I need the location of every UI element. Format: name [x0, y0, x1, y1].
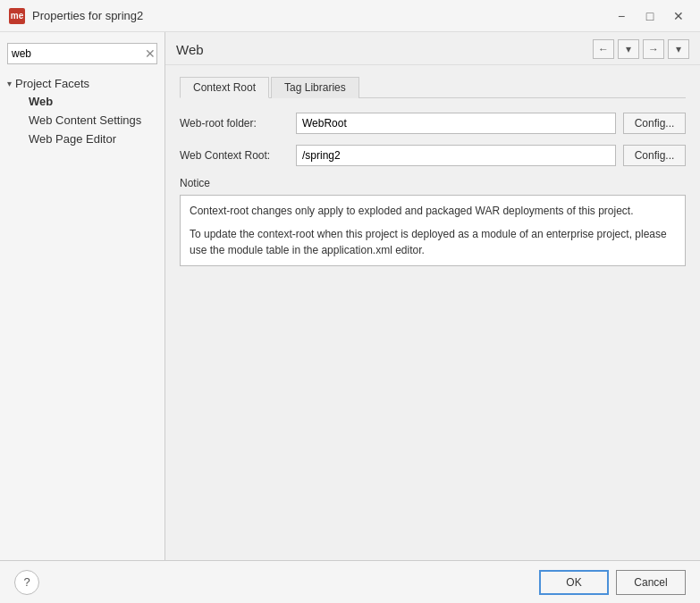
- notice-line-2: To update the context-root when this pro…: [190, 226, 676, 258]
- close-button[interactable]: ✕: [666, 6, 691, 26]
- web-context-root-row: Web Context Root: Config...: [180, 145, 686, 166]
- notice-line-1: Context-root changes only apply to explo…: [190, 203, 676, 219]
- bottom-actions: OK Cancel: [539, 570, 686, 595]
- header-actions: ← ▾ → ▾: [593, 39, 689, 59]
- ok-button[interactable]: OK: [539, 570, 609, 595]
- help-button[interactable]: ?: [14, 570, 39, 595]
- tab-bar: Context Root Tag Libraries: [180, 76, 686, 98]
- web-root-folder-label: Web-root folder:: [180, 117, 296, 130]
- app-icon: me: [9, 8, 25, 24]
- search-clear-icon[interactable]: ✕: [145, 47, 156, 60]
- project-facets-group[interactable]: ▾ Project Facets: [0, 75, 164, 92]
- web-context-root-label: Web Context Root:: [180, 149, 296, 162]
- web-root-folder-row: Web-root folder: Config...: [180, 113, 686, 134]
- minimize-button[interactable]: −: [609, 6, 634, 26]
- sidebar: ✕ ▾ Project Facets Web Web Content Setti…: [0, 32, 165, 560]
- title-bar-controls: − □ ✕: [609, 6, 691, 26]
- notice-box: Context-root changes only apply to explo…: [180, 195, 686, 266]
- project-facets-label: Project Facets: [15, 77, 89, 90]
- sidebar-item-web-page-editor[interactable]: Web Page Editor: [0, 130, 164, 148]
- dialog-body: ✕ ▾ Project Facets Web Web Content Setti…: [0, 32, 700, 560]
- bottom-bar: ? OK Cancel: [0, 560, 700, 603]
- sidebar-item-web[interactable]: Web: [0, 92, 164, 111]
- search-input[interactable]: [7, 43, 157, 64]
- tree-arrow-icon: ▾: [7, 79, 12, 88]
- web-root-config-button[interactable]: Config...: [623, 113, 686, 134]
- tab-context-root[interactable]: Context Root: [180, 77, 269, 98]
- content-title: Web: [176, 42, 204, 57]
- back-button[interactable]: ←: [593, 39, 614, 59]
- forward-dropdown-button[interactable]: ▾: [668, 39, 689, 59]
- content-header: Web ← ▾ → ▾: [165, 32, 700, 65]
- sidebar-tree: ▾ Project Facets Web Web Content Setting…: [0, 71, 164, 152]
- cancel-button[interactable]: Cancel: [616, 570, 686, 595]
- sidebar-item-web-content-settings[interactable]: Web Content Settings: [0, 111, 164, 130]
- content-inner: Context Root Tag Libraries Web-root fold…: [165, 65, 700, 560]
- web-context-root-config-button[interactable]: Config...: [623, 145, 686, 166]
- back-dropdown-button[interactable]: ▾: [618, 39, 639, 59]
- title-bar: me Properties for spring2 − □ ✕: [0, 0, 700, 32]
- content-area: Web ← ▾ → ▾ Context Root Tag Libraries W…: [165, 32, 700, 560]
- tab-tag-libraries[interactable]: Tag Libraries: [271, 77, 359, 98]
- web-root-folder-input[interactable]: [296, 113, 616, 134]
- forward-button[interactable]: →: [643, 39, 664, 59]
- title-bar-text: Properties for spring2: [32, 9, 609, 22]
- search-wrapper: ✕: [7, 43, 157, 64]
- web-context-root-input[interactable]: [296, 145, 616, 166]
- maximize-button[interactable]: □: [637, 6, 662, 26]
- notice-label: Notice: [180, 177, 686, 189]
